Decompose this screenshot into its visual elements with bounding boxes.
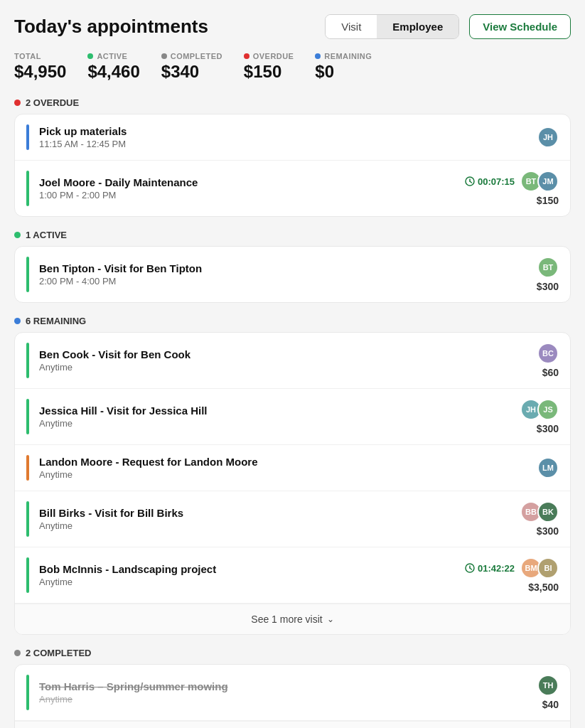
completed-dot: [161, 53, 167, 59]
appointment-time: 1:00 PM - 2:00 PM: [39, 190, 465, 200]
appointment-item[interactable]: Bob McInnis - Landscaping projectAnytime…: [15, 547, 570, 604]
see-more-button[interactable]: See 1 more visit ⌄: [15, 604, 570, 634]
clock-icon: [465, 176, 475, 186]
appointment-item[interactable]: Ben Tipton - Visit for Ben Tipton2:00 PM…: [15, 247, 570, 302]
stats-row: TOTAL $4,950 ACTIVE $4,460 COMPLETED $34…: [14, 52, 571, 82]
section-card-overdue: Pick up materials11:15 AM - 12:45 PMJHJo…: [14, 114, 571, 217]
appointment-price: $300: [537, 525, 559, 537]
section-label-completed: 2 COMPLETED: [26, 648, 91, 658]
appointment-bar: [26, 257, 29, 292]
appointment-bar: [26, 343, 29, 378]
stat-label-completed: COMPLETED: [161, 52, 222, 60]
appointment-bar: [26, 455, 29, 481]
appointment-price: $60: [542, 367, 559, 378]
avatar: BK: [537, 501, 559, 523]
appointment-right: 01:42:22 BMBI$3,500: [465, 557, 559, 593]
section-card-completed: Tom Harris – Spring/summer mowingAnytime…: [14, 664, 571, 728]
stat-value-total: $4,950: [14, 62, 66, 82]
appointment-item[interactable]: Ben Cook - Visit for Ben CookAnytimeBC$6…: [15, 333, 570, 389]
section-card-remaining: Ben Cook - Visit for Ben CookAnytimeBC$6…: [14, 332, 571, 635]
section-label-active: 1 ACTIVE: [26, 230, 67, 240]
chevron-down-icon: ⌄: [327, 614, 334, 624]
section-dot-active: [14, 232, 21, 238]
appointment-info: Bob McInnis - Landscaping projectAnytime: [39, 563, 465, 587]
stat-value-remaining: $0: [315, 62, 372, 82]
appointment-bar: [26, 171, 29, 206]
section-dot-remaining: [14, 318, 21, 324]
appointment-right: 00:07:15 BTJM$150: [465, 171, 559, 206]
appointment-item[interactable]: Bill Birks - Visit for Bill BirksAnytime…: [15, 491, 570, 547]
appointment-right: BT$300: [495, 257, 559, 292]
see-more-button[interactable]: See 1 more visit ⌄: [15, 721, 570, 728]
tab-group: Visit Employee: [325, 14, 459, 39]
section-header-remaining: 6 REMAINING: [14, 316, 571, 326]
stat-remaining: REMAINING $0: [315, 52, 372, 82]
appointment-info: Tom Harris – Spring/summer mowingAnytime: [39, 680, 495, 705]
appointment-top-row: JH: [537, 127, 559, 148]
appointment-top-row: 00:07:15 BTJM: [465, 171, 559, 192]
active-dot: [87, 53, 93, 59]
appointment-title: Bob McInnis - Landscaping project: [39, 563, 465, 575]
appointment-avatars: BTJM: [520, 171, 559, 192]
appointment-title: Jessica Hill - Visit for Jessica Hill: [39, 405, 495, 417]
view-schedule-button[interactable]: View Schedule: [469, 14, 571, 39]
appointment-top-row: 01:42:22 BMBI: [465, 557, 559, 579]
stat-total: TOTAL $4,950: [14, 52, 66, 82]
appointment-avatars: TH: [537, 675, 559, 696]
avatar: LM: [537, 457, 559, 478]
appointment-top-row: BBBK: [520, 501, 559, 523]
tab-employee[interactable]: Employee: [377, 15, 458, 38]
avatar: JM: [537, 171, 559, 192]
appointment-time: Anytime: [39, 520, 495, 531]
stat-value-active: $4,460: [87, 62, 139, 82]
appointment-right: BC$60: [495, 343, 559, 378]
stat-label-active: ACTIVE: [87, 52, 139, 60]
avatar: BC: [537, 343, 559, 364]
appointment-bar: [26, 557, 29, 593]
appointment-item[interactable]: Pick up materials11:15 AM - 12:45 PMJH: [15, 114, 570, 161]
appointment-bar: [26, 675, 29, 710]
section-dot-completed: [14, 650, 21, 656]
section-header-completed: 2 COMPLETED: [14, 648, 571, 658]
appointment-price: $300: [537, 281, 559, 292]
avatar: BT: [537, 257, 559, 278]
appointment-avatars: BMBI: [520, 557, 559, 579]
svg-line-5: [470, 568, 472, 569]
appointment-right: JH: [495, 127, 559, 148]
tab-visit[interactable]: Visit: [326, 15, 377, 38]
appointment-avatars: BT: [537, 257, 559, 278]
appointment-time: Anytime: [39, 418, 495, 429]
header-row: Today's appointments Visit Employee View…: [14, 14, 571, 39]
clock-icon: [465, 563, 475, 573]
appointment-bar: [26, 124, 29, 150]
appointment-avatars: JHJS: [520, 399, 559, 420]
appointment-avatars: BC: [537, 343, 559, 364]
stat-value-completed: $340: [161, 62, 222, 82]
appointment-avatars: BBBK: [520, 501, 559, 523]
avatar: JH: [537, 127, 559, 148]
appointment-item[interactable]: Tom Harris – Spring/summer mowingAnytime…: [15, 665, 570, 721]
appointment-time: Anytime: [39, 362, 495, 373]
section-label-overdue: 2 OVERDUE: [26, 97, 79, 108]
appointment-title: Ben Cook - Visit for Ben Cook: [39, 348, 495, 360]
appointment-right: BBBK$300: [495, 501, 559, 537]
appointment-top-row: LM: [537, 457, 559, 478]
timer-badge: 01:42:22: [465, 563, 515, 574]
timer-value: 00:07:15: [478, 176, 515, 187]
appointment-time: Anytime: [39, 469, 495, 480]
timer-badge: 00:07:15: [465, 176, 515, 187]
section-card-active: Ben Tipton - Visit for Ben Tipton2:00 PM…: [14, 246, 571, 303]
appointment-item[interactable]: Joel Moore - Daily Maintenance1:00 PM - …: [15, 161, 570, 216]
appointment-item[interactable]: Jessica Hill - Visit for Jessica HillAny…: [15, 389, 570, 445]
appointment-price: $150: [537, 195, 559, 206]
stat-label-overdue: OVERDUE: [244, 52, 294, 60]
appointment-item[interactable]: Landon Moore - Request for Landon MooreA…: [15, 445, 570, 491]
appointment-time: Anytime: [39, 694, 495, 705]
overdue-dot: [244, 53, 249, 59]
appointment-top-row: BC: [537, 343, 559, 364]
stat-completed: COMPLETED $340: [161, 52, 222, 82]
appointment-time: 11:15 AM - 12:45 PM: [39, 139, 495, 149]
appointment-title: Tom Harris – Spring/summer mowing: [39, 680, 495, 692]
avatar: JS: [537, 399, 559, 420]
appointment-right: TH$40: [495, 675, 559, 710]
